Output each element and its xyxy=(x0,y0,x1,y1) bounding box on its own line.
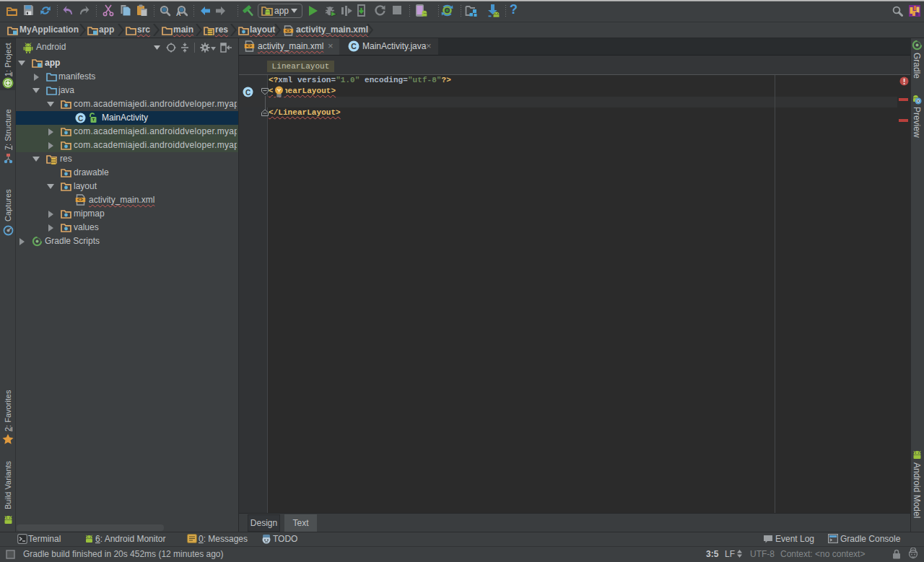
svg-text:<>: <> xyxy=(285,29,291,34)
svg-text:C: C xyxy=(245,89,250,97)
svg-text:<>: <> xyxy=(246,44,252,49)
svg-text:<>: <> xyxy=(77,198,83,203)
svg-text:C: C xyxy=(78,115,83,123)
svg-text:C: C xyxy=(351,42,357,51)
svg-text:A: A xyxy=(176,10,181,17)
